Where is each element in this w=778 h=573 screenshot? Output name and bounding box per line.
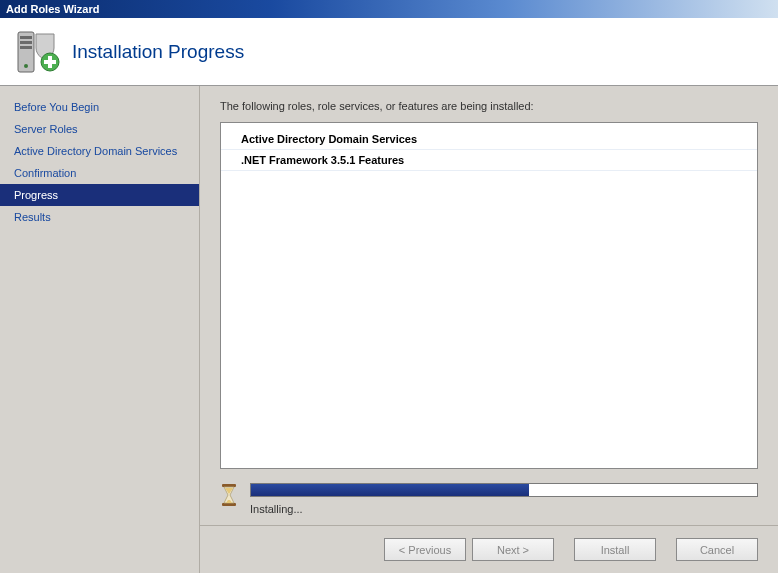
install-item: .NET Framework 3.5.1 Features (221, 150, 757, 171)
progress-column: Installing... (250, 483, 758, 515)
content-area: The following roles, role services, or f… (200, 86, 778, 525)
svg-point-4 (24, 64, 28, 68)
sidebar-item-ad-domain-services[interactable]: Active Directory Domain Services (0, 140, 199, 162)
next-button[interactable]: Next > (472, 538, 554, 561)
cancel-button[interactable]: Cancel (676, 538, 758, 561)
hourglass-icon (220, 483, 238, 507)
svg-rect-2 (20, 41, 32, 44)
sidebar-item-server-roles[interactable]: Server Roles (0, 118, 199, 140)
page-title: Installation Progress (72, 41, 244, 63)
sidebar-item-confirmation[interactable]: Confirmation (0, 162, 199, 184)
window-title: Add Roles Wizard (6, 3, 99, 15)
wizard-main: The following roles, role services, or f… (200, 86, 778, 573)
wizard-body: Before You Begin Server Roles Active Dir… (0, 86, 778, 573)
svg-rect-1 (20, 36, 32, 39)
install-button[interactable]: Install (574, 538, 656, 561)
progress-bar-fill (251, 484, 529, 496)
svg-rect-8 (222, 484, 236, 487)
previous-button[interactable]: < Previous (384, 538, 466, 561)
intro-text: The following roles, role services, or f… (220, 100, 758, 112)
sidebar-item-before-you-begin[interactable]: Before You Begin (0, 96, 199, 118)
install-item: Active Directory Domain Services (221, 129, 757, 150)
install-list: Active Directory Domain Services .NET Fr… (220, 122, 758, 469)
wizard-header: Installation Progress (0, 18, 778, 86)
svg-rect-7 (44, 60, 56, 64)
progress-row: Installing... (220, 483, 758, 515)
server-role-icon (10, 26, 62, 78)
wizard-footer: < Previous Next > Install Cancel (200, 525, 778, 573)
wizard-sidebar: Before You Begin Server Roles Active Dir… (0, 86, 200, 573)
progress-status: Installing... (250, 503, 758, 515)
window-titlebar: Add Roles Wizard (0, 0, 778, 18)
svg-rect-3 (20, 46, 32, 49)
sidebar-item-progress[interactable]: Progress (0, 184, 199, 206)
progress-bar (250, 483, 758, 497)
sidebar-item-results[interactable]: Results (0, 206, 199, 228)
svg-rect-9 (222, 503, 236, 506)
